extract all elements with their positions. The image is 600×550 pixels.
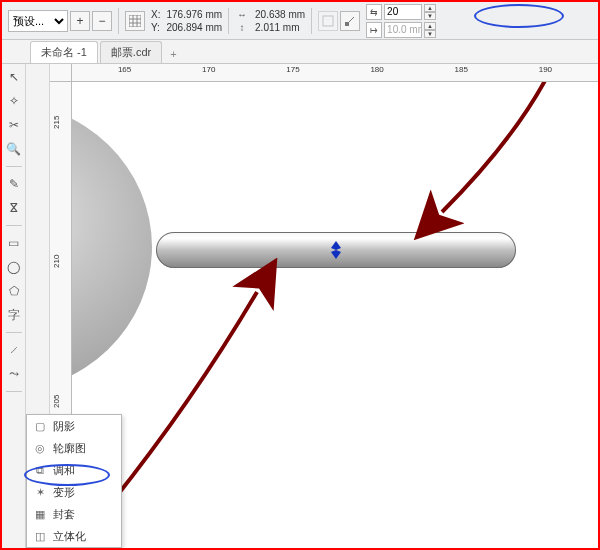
artistic-media-tool[interactable]: ⴵ xyxy=(5,199,23,217)
svg-rect-5 xyxy=(323,16,333,26)
ruler-tick-label: 210 xyxy=(52,255,61,268)
height-value: 2.011 mm xyxy=(255,22,305,33)
blend-capsule-object[interactable] xyxy=(156,232,516,268)
envelope-icon: ▦ xyxy=(33,507,47,521)
flyout-item-distort[interactable]: ✶变形 xyxy=(27,481,121,503)
cw-blend-icon xyxy=(344,15,356,27)
canvas-area: 165 170 175 180 185 190 215 210 205 xyxy=(50,64,598,548)
offset-spinner[interactable]: ▲▼ xyxy=(424,22,436,38)
ruler-tick-label: 205 xyxy=(52,395,61,408)
ruler-tick-label: 215 xyxy=(52,115,61,128)
svg-marker-8 xyxy=(331,250,341,259)
polygon-tool[interactable]: ⬠ xyxy=(5,282,23,300)
extrude-icon: ◫ xyxy=(33,529,47,543)
svg-rect-6 xyxy=(345,22,349,26)
zoom-tool[interactable]: 🔍 xyxy=(5,140,23,158)
pick-tool[interactable]: ↖ xyxy=(5,68,23,86)
steps-icon: ⇆ xyxy=(366,4,382,20)
ruler-tick-label: 165 xyxy=(118,65,131,74)
flyout-label: 立体化 xyxy=(53,529,86,544)
flyout-label: 轮廓图 xyxy=(53,441,86,456)
position-readout: X: 176.976 mm Y: 206.894 mm xyxy=(151,9,222,33)
new-tab-button[interactable]: + xyxy=(164,45,182,63)
flyout-item-extrude[interactable]: ◫立体化 xyxy=(27,525,121,547)
width-icon: ↔ xyxy=(235,9,249,20)
crop-tool[interactable]: ✂ xyxy=(5,116,23,134)
horizontal-ruler[interactable]: 165 170 175 180 185 190 xyxy=(72,64,598,82)
preset-group: 预设... + − xyxy=(8,10,112,32)
ruler-tick-label: 175 xyxy=(286,65,299,74)
blend-icon: ⧉ xyxy=(33,463,47,477)
ruler-tick-label: 185 xyxy=(455,65,468,74)
preset-add-button[interactable]: + xyxy=(70,11,90,31)
flyout-label: 阴影 xyxy=(53,419,75,434)
shape-tool[interactable]: ✧ xyxy=(5,92,23,110)
preset-select[interactable]: 预设... xyxy=(8,10,68,32)
toolbox: ↖ ✧ ✂ 🔍 ✎ ⴵ ▭ ◯ ⬠ 字 ⟋ ⤳ xyxy=(2,64,26,548)
blend-dir-button-2[interactable] xyxy=(340,11,360,31)
steps-spinner[interactable]: ▲▼ xyxy=(424,4,436,20)
tab-stamp[interactable]: 邮票.cdr xyxy=(100,41,162,63)
width-value: 20.638 mm xyxy=(255,9,305,20)
background-ellipse-object[interactable] xyxy=(72,102,152,392)
direct-blend-icon xyxy=(322,15,334,27)
ruler-tick-label: 170 xyxy=(202,65,215,74)
blend-steps-group: ⇆ ▲▼ ↦ ▲▼ xyxy=(366,4,436,38)
parallel-dim-tool[interactable]: ⟋ xyxy=(5,341,23,359)
blend-steps-input[interactable] xyxy=(384,4,422,20)
y-label: Y: xyxy=(151,22,160,33)
tool-separator xyxy=(6,225,22,226)
flyout-label: 变形 xyxy=(53,485,75,500)
ellipse-tool[interactable]: ◯ xyxy=(5,258,23,276)
interactive-tool-flyout: ▢阴影 ◎轮廓图 ⧉调和 ✶变形 ▦封套 ◫立体化 xyxy=(26,414,122,548)
freehand-tool[interactable]: ✎ xyxy=(5,175,23,193)
blend-dir-button-1[interactable] xyxy=(318,11,338,31)
rectangle-tool[interactable]: ▭ xyxy=(5,234,23,252)
document-tab-bar: 未命名 -1 邮票.cdr + xyxy=(2,40,598,64)
property-bar: 预设... + − X: 176.976 mm Y: 206.894 mm ↔ … xyxy=(2,2,598,40)
contour-icon: ◎ xyxy=(33,441,47,455)
flyout-label: 调和 xyxy=(53,463,75,478)
height-icon: ↕ xyxy=(235,22,249,33)
blend-direction-group xyxy=(318,11,360,31)
main-area: ↖ ✧ ✂ 🔍 ✎ ⴵ ▭ ◯ ⬠ 字 ⟋ ⤳ ▢ ◎ ⧉ ✶ ▦ ◫ 165 … xyxy=(2,64,598,548)
flyout-item-envelope[interactable]: ▦封套 xyxy=(27,503,121,525)
tool-separator xyxy=(6,332,22,333)
ruler-tick-label: 190 xyxy=(539,65,552,74)
svg-marker-7 xyxy=(331,241,341,250)
y-value: 206.894 mm xyxy=(166,22,222,33)
x-value: 176.976 mm xyxy=(166,9,222,20)
distort-icon: ✶ xyxy=(33,485,47,499)
shadow-icon: ▢ xyxy=(33,419,47,433)
annotation-arrows xyxy=(72,82,598,548)
tab-untitled[interactable]: 未命名 -1 xyxy=(30,41,98,63)
divider xyxy=(311,8,312,34)
blend-center-handle[interactable] xyxy=(329,241,343,259)
object-origin-button[interactable] xyxy=(125,11,145,31)
origin-grid-icon xyxy=(129,15,141,27)
offset-icon: ↦ xyxy=(366,22,382,38)
ruler-origin[interactable] xyxy=(50,64,72,82)
x-label: X: xyxy=(151,9,160,20)
text-tool[interactable]: 字 xyxy=(5,306,23,324)
blend-offset-input[interactable] xyxy=(384,22,422,38)
flyout-item-contour[interactable]: ◎轮廓图 xyxy=(27,437,121,459)
divider xyxy=(118,8,119,34)
preset-remove-button[interactable]: − xyxy=(92,11,112,31)
size-readout: ↔ 20.638 mm ↕ 2.011 mm xyxy=(235,9,305,33)
tool-separator xyxy=(6,391,22,392)
flyout-item-shadow[interactable]: ▢阴影 xyxy=(27,415,121,437)
svg-rect-0 xyxy=(129,15,141,27)
flyout-label: 封套 xyxy=(53,507,75,522)
divider xyxy=(228,8,229,34)
flyout-item-blend[interactable]: ⧉调和 xyxy=(27,459,121,481)
drawing-canvas[interactable] xyxy=(72,82,598,548)
connector-tool[interactable]: ⤳ xyxy=(5,365,23,383)
ruler-tick-label: 180 xyxy=(370,65,383,74)
tool-separator xyxy=(6,166,22,167)
